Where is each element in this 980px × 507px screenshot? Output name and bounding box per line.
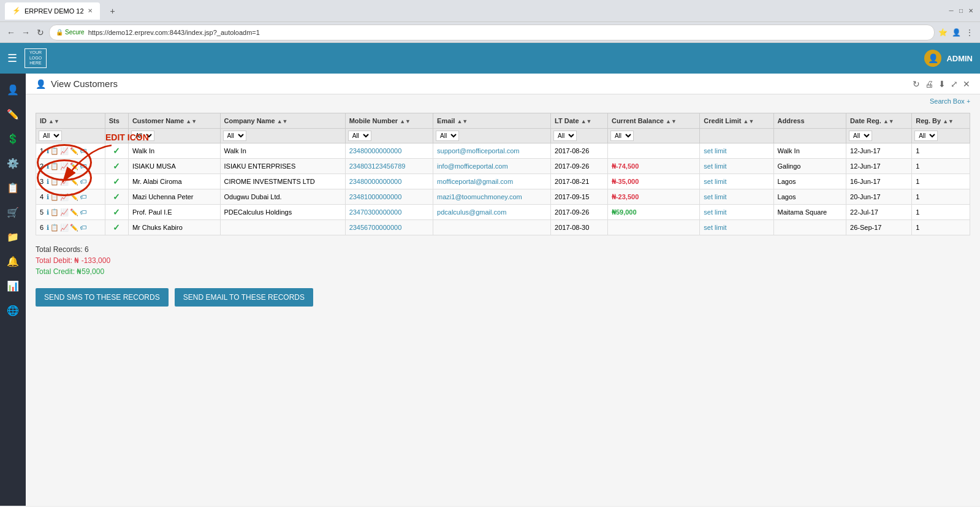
total-credit: Total Credit: ₦59,000 (36, 267, 970, 276)
hamburger-menu-icon[interactable]: ☰ (7, 51, 17, 65)
filter-customer-name[interactable]: All (131, 131, 154, 141)
lt-date-cell: 2017-09-26 (551, 159, 608, 174)
customer-name-cell: ISIAKU MUSA (128, 159, 220, 174)
reg-by-cell: 1 (912, 205, 970, 220)
info-icon[interactable]: ℹ (47, 162, 49, 170)
minimize-button[interactable]: ─ (947, 7, 955, 15)
tag-icon[interactable]: 🏷 (80, 147, 86, 154)
chart-icon[interactable]: 📈 (60, 208, 69, 216)
download-button[interactable]: ⬇ (938, 79, 946, 89)
sidebar-item-global[interactable]: 🌐 (2, 299, 24, 321)
edit-icon[interactable]: ✏️ (70, 162, 78, 170)
browser-tab[interactable]: ⚡ ERPREV DEMO 12 ✕ (5, 2, 100, 20)
view-icon[interactable]: 📋 (50, 162, 59, 170)
close-panel-button[interactable]: ✕ (963, 79, 970, 89)
filter-reg-by[interactable]: All (914, 131, 938, 141)
view-icon[interactable]: 📋 (50, 208, 59, 216)
chart-icon[interactable]: 📈 (60, 178, 69, 186)
table-header-row: ID ▲▼ Sts Customer Name ▲▼ Company Name … (36, 113, 970, 129)
bookmark-button[interactable]: ⭐ (937, 27, 948, 38)
sidebar-item-reports[interactable]: 📊 (2, 275, 24, 297)
credit-limit-cell[interactable]: set limit (700, 159, 773, 174)
chart-icon[interactable]: 📈 (60, 224, 69, 232)
info-icon[interactable]: ℹ (47, 208, 49, 216)
maximize-button[interactable]: □ (957, 7, 965, 15)
expand-button[interactable]: ⤢ (951, 79, 958, 89)
col-reg-by: Reg. By ▲▼ (912, 113, 970, 129)
info-icon[interactable]: ℹ (47, 147, 49, 155)
filter-company-name[interactable]: All (223, 131, 246, 141)
sidebar-item-edit[interactable]: ✏️ (2, 103, 24, 125)
tag-icon[interactable]: 🏷 (80, 162, 86, 170)
edit-icon[interactable]: ✏️ (70, 147, 78, 155)
email-cell: mazi1@toomuchmoney.com (433, 189, 551, 205)
tab-close-button[interactable]: ✕ (88, 7, 93, 14)
company-name-cell: CIROME INVESTMENTS LTD (220, 174, 345, 189)
lt-date-cell: 2017-09-15 (551, 189, 608, 205)
email-cell: info@mofficeportal.com (433, 159, 551, 174)
credit-limit-cell[interactable]: set limit (700, 189, 773, 205)
menu-button[interactable]: ⋮ (964, 27, 975, 38)
chart-icon[interactable]: 📈 (60, 147, 69, 155)
total-records: Total Records: 6 (36, 245, 970, 254)
row-id: 1 (40, 147, 44, 154)
sidebar-item-profile[interactable]: 👤 (2, 78, 24, 101)
edit-icon[interactable]: ✏️ (70, 193, 78, 201)
view-icon[interactable]: 📋 (50, 224, 59, 232)
refresh-button[interactable]: ↻ (34, 26, 47, 39)
chart-icon[interactable]: 📈 (60, 162, 69, 170)
send-sms-button[interactable]: SEND SMS TO THESE RECORDS (36, 288, 169, 307)
credit-limit-cell[interactable]: set limit (700, 205, 773, 220)
sidebar-item-notifications[interactable]: 🔔 (2, 250, 24, 272)
sidebar-item-list[interactable]: 📋 (2, 177, 24, 199)
edit-icon[interactable]: ✏️ (70, 224, 78, 232)
total-debit: Total Debit: ₦ -133,000 (36, 256, 970, 265)
tag-icon[interactable]: 🏷 (80, 224, 86, 231)
close-window-button[interactable]: ✕ (967, 7, 975, 15)
col-lt-date: LT Date ▲▼ (551, 113, 608, 129)
col-balance: Current Balance ▲▼ (607, 113, 699, 129)
filter-mobile[interactable]: All (348, 131, 371, 141)
sidebar-item-finance[interactable]: 💲 (2, 128, 24, 150)
credit-limit-cell[interactable]: set limit (700, 143, 773, 159)
date-reg-cell: 12-Jun-17 (846, 143, 912, 159)
edit-icon[interactable]: ✏️ (70, 178, 78, 186)
balance-cell (607, 143, 699, 159)
forward-button[interactable]: → (20, 26, 32, 39)
email-cell: pdcalculus@gmail.com (433, 205, 551, 220)
credit-limit-cell[interactable]: set limit (700, 220, 773, 235)
sidebar-item-settings[interactable]: ⚙️ (2, 152, 24, 174)
refresh-records-button[interactable]: ↻ (913, 79, 920, 89)
status-check-icon: ✓ (113, 192, 120, 202)
info-icon[interactable]: ℹ (47, 193, 49, 201)
customer-name-cell: Prof. Paul I.E (128, 205, 220, 220)
filter-id[interactable]: All (39, 131, 62, 141)
info-icon[interactable]: ℹ (47, 178, 49, 186)
table-row: 3 ℹ 📋 📈 ✏️ 🏷 ✓ Mr. Alabi Ciroma CIROME I… (36, 174, 970, 189)
address-cell: Walk In (773, 143, 846, 159)
new-tab-button[interactable]: + (104, 2, 122, 20)
filter-date-reg[interactable]: All (849, 131, 872, 141)
view-icon[interactable]: 📋 (50, 193, 59, 201)
col-sts: Sts (105, 113, 128, 129)
chart-icon[interactable]: 📈 (60, 193, 69, 201)
filter-lt-date[interactable]: All (553, 131, 577, 141)
sidebar-item-cart[interactable]: 🛒 (2, 201, 24, 223)
filter-balance[interactable]: All (610, 131, 634, 141)
back-button[interactable]: ← (5, 26, 17, 39)
filter-email[interactable]: All (436, 131, 459, 141)
tag-icon[interactable]: 🏷 (80, 208, 86, 216)
sidebar-item-folder[interactable]: 📁 (2, 226, 24, 248)
address-bar[interactable]: 🔒 Secure https://demo12.erprev.com:8443/… (49, 25, 935, 40)
credit-limit-cell[interactable]: set limit (700, 174, 773, 189)
extensions-button[interactable]: 👤 (951, 27, 962, 38)
tag-icon[interactable]: 🏷 (80, 193, 86, 200)
edit-icon[interactable]: ✏️ (70, 208, 78, 216)
send-email-button[interactable]: SEND EMAIL TO THESE RECORDS (175, 288, 313, 307)
view-icon[interactable]: 📋 (50, 147, 59, 155)
view-icon[interactable]: 📋 (50, 178, 59, 186)
admin-avatar: 👤 (924, 50, 941, 67)
info-icon[interactable]: ℹ (47, 224, 49, 232)
print-button[interactable]: 🖨 (925, 79, 933, 89)
tag-icon[interactable]: 🏷 (80, 178, 86, 185)
